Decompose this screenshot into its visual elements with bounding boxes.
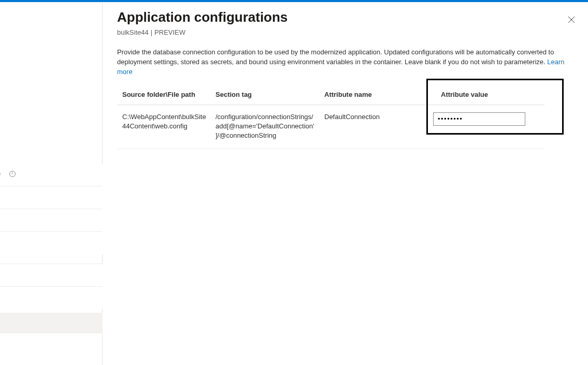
config-table: Source folder\File path Section tag Attr… bbox=[117, 91, 573, 150]
cell-attribute-value bbox=[433, 112, 544, 126]
nav-row[interactable] bbox=[0, 209, 103, 231]
blade-panel: Application configurations bulkSite44|PR… bbox=[103, 2, 588, 365]
column-header-section-tag: Section tag bbox=[216, 91, 324, 98]
column-header-attribute-value: Attribute value bbox=[441, 91, 488, 98]
nav-row[interactable] bbox=[0, 264, 103, 286]
nav-row[interactable] bbox=[0, 286, 103, 309]
close-icon bbox=[568, 16, 575, 23]
description-text: Provide the database connection configur… bbox=[117, 48, 573, 77]
page-title: Application configurations bbox=[117, 9, 573, 25]
cell-source-path: C:\WebAppContent\bulkSite44Content\web.c… bbox=[117, 112, 216, 131]
page-subtitle: bulkSite44|PREVIEW bbox=[117, 28, 573, 36]
resource-name: bulkSite44 bbox=[117, 28, 149, 36]
left-nav-strip: e bbox=[0, 2, 103, 365]
nav-row-partial[interactable]: e bbox=[0, 164, 103, 186]
cell-attribute-name: DefaultConnection bbox=[324, 112, 433, 122]
preview-tag: PREVIEW bbox=[154, 28, 185, 36]
column-header-attribute-name: Attribute name bbox=[324, 91, 433, 98]
nav-row-active[interactable] bbox=[0, 313, 103, 333]
info-icon[interactable] bbox=[9, 171, 16, 177]
column-header-source-path: Source folder\File path bbox=[117, 91, 216, 98]
close-button[interactable] bbox=[564, 12, 579, 27]
nav-row[interactable] bbox=[0, 186, 103, 209]
cell-section-tag: /configuration/connectionStrings/add[@na… bbox=[216, 112, 324, 141]
table-row: C:\WebAppContent\bulkSite44Content\web.c… bbox=[117, 105, 544, 150]
attribute-value-input[interactable] bbox=[433, 112, 525, 126]
nav-row[interactable] bbox=[0, 231, 103, 254]
